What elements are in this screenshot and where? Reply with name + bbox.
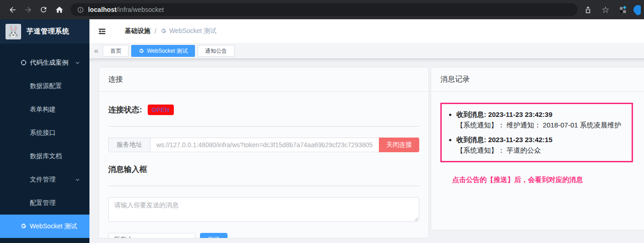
browser-forward-button[interactable] [20,2,36,17]
chevron-down-icon [75,177,80,182]
share-button[interactable] [580,2,596,17]
app-logo[interactable]: 🐰 芋道管理系统 [0,19,89,44]
tab-label: 通知公告 [205,47,227,55]
home-icon [55,6,64,14]
websocket-icon [139,48,144,54]
logo-rabbit-glyph: 🐰 [6,25,20,38]
browser-toolbar: localhost/infra/websocket ☆ [0,0,644,19]
aim-icon [20,59,30,66]
connection-status-label: 连接状态: [108,105,142,115]
sidebar-item-form-builder[interactable]: 表单构建 [0,98,89,121]
server-address-label: 服务地址 [108,138,150,152]
message-item: 收到消息: 2023-11-23 23:42:39 【系统通知】： 维护通知： … [456,110,626,130]
site-info-icon[interactable] [77,6,84,13]
breadcrumb-current: WebSocket 测试 [161,27,217,35]
browser-toolbar-right: ☆ [580,2,641,17]
sidebar-item-label: WebSocket 测试 [30,222,77,231]
sidebar-item-datasource-config[interactable]: 数据源配置 [0,74,89,98]
extension-button[interactable] [615,2,631,17]
recipient-select-value: 所有人 [114,236,133,238]
sidebar-item-websocket-test[interactable]: WebSocket 测试 [0,215,89,238]
message-item-body: 【系统通知】： 芋道的公众 [456,145,626,156]
tabs-collapse-left-icon[interactable]: « [94,47,100,55]
tab-websocket-test[interactable]: WebSocket 测试 [131,45,194,57]
sidebar-item-db-doc[interactable]: 数据库文档 [0,144,89,168]
tab-label: WebSocket 测试 [147,47,187,55]
sidebar-fold-button[interactable] [96,25,108,38]
sidebar-item-label: 表单构建 [30,105,56,114]
connection-card-title: 连接 [99,67,428,92]
message-record-card: 消息记录 收到消息: 2023-11-23 23:42:39 【系统通知】： 维… [431,67,644,230]
breadcrumb: 基础设施 / WebSocket 测试 [125,27,217,35]
share-icon [584,6,592,14]
app-title: 芋道管理系统 [27,27,69,36]
pin-extension-icon[interactable] [633,4,641,15]
message-list: 收到消息: 2023-11-23 23:42:39 【系统通知】： 维护通知： … [447,110,626,155]
bookmark-star-icon: ☆ [601,6,609,14]
message-textarea-wrap [108,197,419,224]
chevron-down-icon [75,60,80,66]
server-address-input [150,138,379,152]
message-item-title: 收到消息: 2023-11-23 23:42:15 [456,135,626,145]
connection-status-row: 连接状态: OPEN [108,105,419,115]
url-text: localhost/infra/websocket [88,6,164,13]
url-path: /infra/websocket [117,6,164,13]
back-arrow-icon [8,6,17,14]
server-address-group: 服务地址 关闭连接 [108,138,419,152]
sidebar-item-label: 系统接口 [30,129,56,137]
bookmark-button[interactable]: ☆ [598,2,613,17]
page-content: 连接 连接状态: OPEN 服务地址 关闭连接 消息输入框 [89,59,644,243]
connection-card-body: 连接状态: OPEN 服务地址 关闭连接 消息输入框 所有人 [99,92,428,238]
websocket-icon [20,223,30,230]
sidebar: 🐰 芋道管理系统 代码生成案例 数据源配置 表单构建 系统接口 数据库文档 [0,19,89,243]
forward-arrow-icon [24,6,33,14]
annotation-note: 点击公告的【推送】后，会看到对应的消息 [452,176,644,184]
sidebar-item-label: 数据库文档 [30,152,62,160]
message-input-title: 消息输入框 [108,164,419,175]
send-row: 所有人 发送 [108,233,419,238]
tabs-bar: « 首页 WebSocket 测试 通知公告 [89,44,644,59]
extension-grid-icon [618,5,627,14]
sidebar-item-file-manage[interactable]: 文件管理 [0,168,89,191]
message-item-title: 收到消息: 2023-11-23 23:42:39 [456,110,626,120]
tab-label: 首页 [110,47,121,55]
breadcrumb-separator: / [155,28,156,35]
connection-card: 连接 连接状态: OPEN 服务地址 关闭连接 消息输入框 [99,67,429,238]
annotation-highlight-box: 收到消息: 2023-11-23 23:42:39 【系统通知】： 维护通知： … [440,103,633,162]
sidebar-item-label: 数据源配置 [30,82,62,90]
tab-notice[interactable]: 通知公告 [198,45,234,57]
message-record-body: 收到消息: 2023-11-23 23:42:39 【系统通知】： 维护通知： … [431,92,644,184]
browser-reload-button[interactable] [36,2,51,17]
sidebar-item-config-manage[interactable]: 配置管理 [0,191,89,215]
chevron-down-icon [184,237,190,239]
sidebar-item-label: 文件管理 [30,176,56,184]
fold-menu-icon [98,27,106,36]
message-record-title: 消息记录 [431,67,644,92]
message-item-body: 【系统通知】： 维护通知： 2018-07-01 系统凌晨维护 [456,120,626,131]
browser-home-button[interactable] [51,2,67,17]
url-host: localhost [88,6,117,13]
logo-image: 🐰 [6,24,21,39]
send-button[interactable]: 发送 [200,233,228,238]
websocket-icon [161,28,167,34]
message-textarea[interactable] [108,197,419,222]
sidebar-item-code-gen[interactable]: 代码生成案例 [0,51,89,74]
main-area: 基础设施 / WebSocket 测试 « 首页 WebSocket 测试 通知… [89,19,644,243]
sidebar-item-label: 配置管理 [30,199,56,207]
message-item: 收到消息: 2023-11-23 23:42:15 【系统通知】： 芋道的公众 [456,135,626,155]
browser-back-button[interactable] [5,2,20,17]
reload-icon [39,6,48,14]
connection-status-badge: OPEN [148,105,174,115]
breadcrumb-current-label: WebSocket 测试 [169,27,217,35]
address-bar[interactable]: localhost/infra/websocket [71,3,577,16]
sidebar-menu: 代码生成案例 数据源配置 表单构建 系统接口 数据库文档 文件管理 [0,44,89,238]
top-navbar: 基础设施 / WebSocket 测试 [89,19,644,44]
close-connection-button[interactable]: 关闭连接 [379,138,419,152]
recipient-select[interactable]: 所有人 [108,233,195,238]
divider [108,126,419,127]
divider [108,186,419,186]
tab-home[interactable]: 首页 [103,45,128,57]
sidebar-item-label: 代码生成案例 [30,59,68,67]
breadcrumb-root[interactable]: 基础设施 [125,27,150,35]
sidebar-item-system-api[interactable]: 系统接口 [0,121,89,144]
